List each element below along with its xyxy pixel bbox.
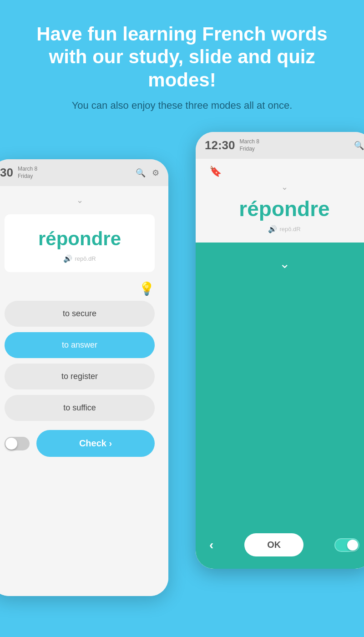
phone-right: 12:30 March 8 Friday 🔍 🔖 ⌄ répondre 🔊 r: [196, 132, 364, 569]
right-pronunciation: 🔊 repō.dR: [209, 225, 359, 233]
left-status-bar: 30 March 8 Friday 🔍 ⚙: [0, 159, 168, 186]
bookmark-row: 🔖: [209, 166, 359, 177]
right-status-time: 12:30: [205, 138, 235, 152]
right-date-month: March 8: [240, 138, 259, 146]
back-arrow-icon[interactable]: ‹: [209, 538, 213, 552]
search-icon[interactable]: 🔍: [136, 168, 146, 178]
left-chevron-down-icon: ⌄: [5, 195, 155, 205]
right-search-icon[interactable]: 🔍: [354, 141, 364, 151]
phones-container: 30 March 8 Friday 🔍 ⚙ ⌄ répondre 🔊 repō.…: [0, 132, 364, 637]
right-status-time-area: 12:30 March 8 Friday: [205, 138, 259, 152]
bookmark-icon[interactable]: 🔖: [209, 166, 222, 177]
main-title: Have fun learning French words with our …: [18, 23, 346, 91]
right-top-section: 🔖 ⌄ répondre 🔊 repō.dR: [196, 159, 364, 243]
ok-button[interactable]: OK: [244, 533, 303, 556]
left-pronunciation: 🔊 repō.dR: [14, 254, 146, 263]
left-status-date: March 8 Friday: [18, 166, 37, 180]
left-toggle-knob: [5, 438, 17, 450]
right-sound-icon[interactable]: 🔊: [268, 225, 277, 233]
right-status-icons: 🔍: [354, 141, 364, 151]
right-date-day: Friday: [240, 146, 259, 153]
left-french-word: répondre: [14, 228, 146, 250]
teal-chevron-down-icon: ⌄: [279, 256, 290, 271]
left-status-icons: 🔍 ⚙: [136, 168, 159, 178]
right-pronunciation-text: repō.dR: [279, 226, 300, 233]
option-to-answer[interactable]: to answer: [5, 332, 155, 358]
phone-left: 30 March 8 Friday 🔍 ⚙ ⌄ répondre 🔊 repō.…: [0, 159, 168, 596]
left-toggle-switch[interactable]: [5, 437, 30, 450]
hint-icon: 💡: [5, 281, 155, 296]
check-button[interactable]: Check ›: [36, 430, 155, 457]
right-status-bar: 12:30 March 8 Friday 🔍: [196, 132, 364, 159]
left-date-day: Friday: [18, 173, 37, 180]
option-to-secure[interactable]: to secure: [5, 301, 155, 327]
left-date-month: March 8: [18, 166, 37, 173]
right-toggle-switch[interactable]: [334, 538, 359, 552]
header-section: Have fun learning French words with our …: [0, 0, 364, 125]
left-word-section: répondre 🔊 repō.dR: [5, 214, 155, 272]
left-sound-icon[interactable]: 🔊: [63, 254, 72, 263]
left-status-time-area: 30 March 8 Friday: [0, 166, 37, 180]
left-status-time: 30: [0, 166, 13, 180]
option-to-register[interactable]: to register: [5, 364, 155, 389]
ok-bar: ‹ OK: [205, 533, 364, 556]
left-pronunciation-text: repō.dR: [75, 255, 96, 262]
sub-title: You can also enjoy these three modes all…: [18, 100, 346, 111]
left-phone-content: ⌄ répondre 🔊 repō.dR 💡 to secure to answ…: [0, 186, 168, 596]
answer-options: to secure to answer to register to suffi…: [5, 301, 155, 421]
lightbulb-icon: 💡: [139, 282, 155, 296]
right-chevron-down-icon: ⌄: [209, 182, 359, 192]
left-bottom-bar: Check ›: [5, 430, 155, 457]
option-to-suffice[interactable]: to suffice: [5, 395, 155, 421]
right-french-word: répondre: [209, 197, 359, 221]
right-phone-content: 🔖 ⌄ répondre 🔊 repō.dR ⌄ ‹ OK: [196, 159, 364, 569]
right-toggle-knob: [347, 540, 358, 551]
right-status-date: March 8 Friday: [240, 138, 259, 152]
settings-icon[interactable]: ⚙: [152, 168, 159, 178]
teal-card: ⌄ ‹ OK: [196, 243, 364, 569]
